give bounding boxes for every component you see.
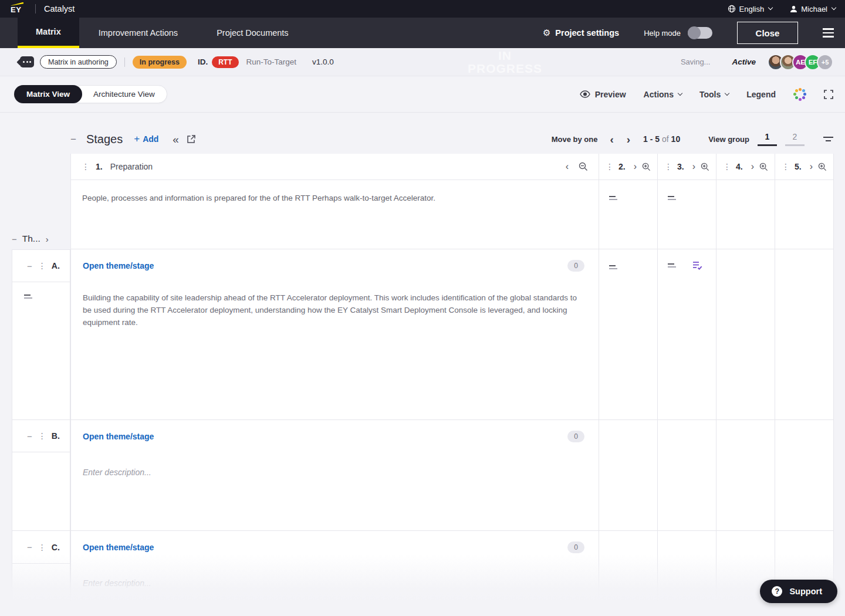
- stage-4-header: ⋮ 4. ›: [716, 154, 775, 180]
- view-group-2-tab[interactable]: 2: [785, 132, 805, 146]
- theme-a-stage-3-cell[interactable]: [658, 249, 716, 420]
- theme-b-description-placeholder[interactable]: Enter description...: [71, 453, 599, 477]
- expand-themes-icon[interactable]: ›: [46, 235, 49, 243]
- architecture-view-tab[interactable]: Architecture View: [81, 85, 167, 103]
- menu-icon[interactable]: [823, 28, 834, 37]
- theme-row-c: Open theme/stage 0 Enter description...: [71, 531, 834, 613]
- project-id-badge: RTT: [212, 56, 238, 68]
- drag-handle-icon[interactable]: ⋮: [82, 162, 89, 171]
- project-settings-button[interactable]: ⚙ Project settings: [543, 28, 619, 38]
- open-theme-stage-link[interactable]: Open theme/stage: [83, 261, 154, 270]
- theme-b-stage-2-cell[interactable]: [599, 420, 658, 531]
- view-group-1-tab[interactable]: 1: [758, 132, 777, 146]
- drag-handle-icon[interactable]: ⋮: [606, 162, 613, 171]
- chevron-down-icon: [832, 5, 836, 10]
- help-mode-toggle[interactable]: [688, 27, 712, 39]
- preview-button[interactable]: Preview: [580, 90, 626, 99]
- legend-colors-icon[interactable]: [793, 88, 806, 101]
- stage-3-description-cell[interactable]: [658, 180, 716, 249]
- zoom-out-column-icon[interactable]: [579, 162, 588, 171]
- theme-b-stage-3-cell[interactable]: [658, 420, 716, 531]
- matrix-view-tab[interactable]: Matrix View: [14, 85, 82, 103]
- support-button[interactable]: ? Support: [760, 580, 837, 603]
- eye-icon: [580, 90, 590, 98]
- drag-handle-icon[interactable]: ⋮: [723, 162, 731, 171]
- stage-number: 5.: [795, 162, 802, 171]
- chevron-down-icon: [768, 5, 773, 10]
- collapse-column-icon[interactable]: ‹: [566, 162, 569, 171]
- divider: [124, 57, 125, 67]
- collapse-stages-icon[interactable]: −: [70, 134, 76, 144]
- description-notes-icon[interactable]: [609, 196, 618, 200]
- drag-handle-icon[interactable]: ⋮: [38, 543, 46, 552]
- drag-handle-icon[interactable]: ⋮: [664, 162, 672, 171]
- theme-a-description[interactable]: Building the capability of site leadersh…: [71, 282, 599, 329]
- open-theme-stage-link[interactable]: Open theme/stage: [83, 543, 154, 552]
- stage-4-description-cell[interactable]: [716, 180, 775, 249]
- tools-dropdown[interactable]: Tools: [699, 90, 729, 99]
- stage-2-description-cell[interactable]: [599, 180, 658, 249]
- drag-handle-icon[interactable]: ⋮: [782, 162, 789, 171]
- zoom-in-column-icon[interactable]: [759, 163, 768, 171]
- open-in-new-icon[interactable]: [187, 134, 196, 144]
- zoom-in-column-icon[interactable]: [701, 163, 709, 171]
- checklist-done-icon[interactable]: [692, 261, 702, 270]
- drag-handle-icon[interactable]: ⋮: [38, 261, 46, 270]
- language-selector[interactable]: English: [728, 5, 773, 13]
- zoom-in-column-icon[interactable]: [642, 163, 651, 171]
- stage-number: 4.: [736, 162, 743, 171]
- comments-icon[interactable]: [20, 56, 34, 67]
- theme-a-stage-5-cell[interactable]: [775, 249, 834, 420]
- ey-logo[interactable]: EY: [9, 5, 26, 15]
- theme-b-stage-5-cell[interactable]: [775, 420, 834, 531]
- saving-status: Saving...: [681, 57, 711, 66]
- stage-1-description-cell[interactable]: People, processes and information is pre…: [71, 180, 599, 249]
- count-badge: 0: [567, 541, 584, 553]
- legend-button[interactable]: Legend: [746, 90, 776, 99]
- expand-column-icon[interactable]: ›: [634, 162, 637, 171]
- open-theme-stage-link[interactable]: Open theme/stage: [83, 432, 154, 441]
- stages-pagination: Move by one ‹ › 1 - 5 of 10 View group 1…: [552, 132, 833, 146]
- collapse-theme-icon[interactable]: −: [27, 432, 32, 441]
- theme-b-stage-4-cell[interactable]: [716, 420, 775, 531]
- description-notes-icon[interactable]: [668, 196, 677, 200]
- stage-name[interactable]: Preparation: [110, 162, 153, 171]
- theme-c-stage-3-cell[interactable]: [658, 531, 716, 613]
- collapse-all-columns-icon[interactable]: «: [173, 134, 179, 145]
- tab-project-documents[interactable]: Project Documents: [197, 18, 308, 48]
- theme-c-description-placeholder[interactable]: Enter description...: [71, 564, 599, 588]
- stage-3-header: ⋮ 3. ›: [658, 154, 716, 180]
- filter-icon[interactable]: [823, 137, 833, 141]
- collapse-theme-icon[interactable]: −: [27, 262, 32, 270]
- description-notes-icon[interactable]: [24, 295, 33, 299]
- help-mode-label: Help mode: [644, 29, 681, 38]
- add-stage-button[interactable]: + Add: [134, 133, 158, 145]
- theme-a-stage-4-cell[interactable]: [716, 249, 775, 420]
- drag-handle-icon[interactable]: ⋮: [38, 431, 46, 441]
- close-button[interactable]: Close: [737, 22, 798, 44]
- themes-group-name[interactable]: Th...: [22, 233, 40, 244]
- fullscreen-icon[interactable]: [824, 90, 833, 99]
- expand-column-icon[interactable]: ›: [810, 162, 813, 171]
- stage-1-description[interactable]: People, processes and information is pre…: [71, 180, 599, 216]
- theme-c-stage-2-cell[interactable]: [599, 531, 658, 613]
- tab-matrix[interactable]: Matrix: [18, 18, 79, 48]
- expand-column-icon[interactable]: ›: [751, 162, 754, 171]
- plus-icon: +: [134, 133, 140, 145]
- zoom-in-column-icon[interactable]: [818, 163, 827, 171]
- collapse-theme-icon[interactable]: −: [27, 543, 32, 551]
- tools-label: Tools: [699, 90, 721, 99]
- tab-improvement-actions[interactable]: Improvement Actions: [79, 18, 197, 48]
- avatar-overflow-badge[interactable]: +5: [817, 54, 833, 70]
- stage-5-description-cell[interactable]: [775, 180, 834, 249]
- page-left-icon[interactable]: ‹: [607, 134, 616, 145]
- description-notes-icon[interactable]: [609, 265, 618, 269]
- page-right-icon[interactable]: ›: [624, 134, 633, 145]
- actions-label: Actions: [644, 90, 674, 99]
- actions-dropdown[interactable]: Actions: [644, 90, 682, 99]
- description-notes-icon[interactable]: [668, 263, 677, 268]
- collapse-themes-icon[interactable]: −: [12, 235, 17, 243]
- expand-column-icon[interactable]: ›: [692, 162, 695, 171]
- user-menu[interactable]: Michael: [790, 5, 836, 13]
- theme-a-stage-2-cell[interactable]: [599, 249, 658, 420]
